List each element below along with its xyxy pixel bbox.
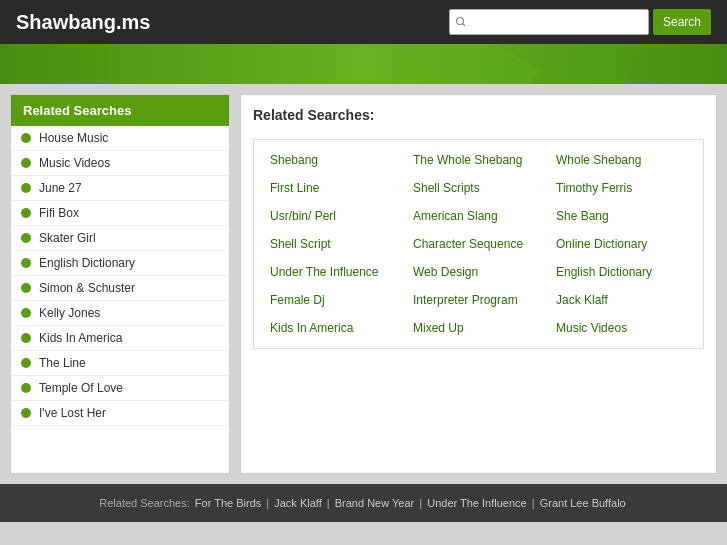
sidebar-item-label: Temple Of Love xyxy=(39,381,123,395)
decorative-bar xyxy=(0,44,727,84)
search-area: Search xyxy=(449,9,711,35)
search-input[interactable] xyxy=(449,9,649,35)
sidebar-item-label: Simon & Schuster xyxy=(39,281,135,295)
site-logo: Shawbang.ms xyxy=(16,11,150,34)
sidebar-item-label: Kids In America xyxy=(39,331,122,345)
related-search-link[interactable]: Online Dictionary xyxy=(550,234,693,254)
footer-link[interactable]: For The Birds xyxy=(195,497,261,509)
related-search-link[interactable]: Jack Klaff xyxy=(550,290,693,310)
related-search-link[interactable]: Shell Scripts xyxy=(407,178,550,198)
sidebar-item[interactable]: Fifi Box xyxy=(11,201,229,226)
bullet-icon xyxy=(21,308,31,318)
related-search-link[interactable]: The Whole Shebang xyxy=(407,150,550,170)
sidebar-item-label: Skater Girl xyxy=(39,231,96,245)
bullet-icon xyxy=(21,208,31,218)
related-search-link[interactable]: Shell Script xyxy=(264,234,407,254)
footer-link[interactable]: Under The Influence xyxy=(427,497,526,509)
sidebar-item-label: House Music xyxy=(39,131,108,145)
bullet-icon xyxy=(21,233,31,243)
header: Shawbang.ms Search xyxy=(0,0,727,44)
footer-separator: | xyxy=(529,497,538,509)
bullet-icon xyxy=(21,183,31,193)
related-search-link[interactable]: Interpreter Program xyxy=(407,290,550,310)
sidebar-title: Related Searches xyxy=(11,95,229,126)
related-search-link[interactable]: Web Design xyxy=(407,262,550,282)
sidebar-items: House MusicMusic VideosJune 27Fifi BoxSk… xyxy=(11,126,229,426)
sidebar-item-label: Kelly Jones xyxy=(39,306,100,320)
sidebar-item[interactable]: House Music xyxy=(11,126,229,151)
sidebar-item-label: Music Videos xyxy=(39,156,110,170)
footer-link[interactable]: Jack Klaff xyxy=(274,497,322,509)
related-search-link[interactable]: Whole Shebang xyxy=(550,150,693,170)
related-search-link[interactable]: First Line xyxy=(264,178,407,198)
footer-text: Related Searches: For The Birds | Jack K… xyxy=(99,497,627,509)
bullet-icon xyxy=(21,258,31,268)
footer-separator: | xyxy=(324,497,333,509)
footer-separator: | xyxy=(416,497,425,509)
sidebar: Related Searches House MusicMusic Videos… xyxy=(10,94,230,474)
related-search-link[interactable]: Timothy Ferris xyxy=(550,178,693,198)
sidebar-item[interactable]: Simon & Schuster xyxy=(11,276,229,301)
related-search-link[interactable]: Under The Influence xyxy=(264,262,407,282)
bullet-icon xyxy=(21,383,31,393)
related-search-link[interactable]: Character Sequence xyxy=(407,234,550,254)
footer-link[interactable]: Brand New Year xyxy=(335,497,415,509)
related-search-link[interactable]: Music Videos xyxy=(550,318,693,338)
footer-separator: | xyxy=(263,497,272,509)
related-search-link[interactable]: English Dictionary xyxy=(550,262,693,282)
sidebar-item[interactable]: Kelly Jones xyxy=(11,301,229,326)
bullet-icon xyxy=(21,408,31,418)
footer-label: Related Searches: xyxy=(99,497,190,509)
sidebar-item-label: I've Lost Her xyxy=(39,406,106,420)
related-search-link[interactable]: Female Dj xyxy=(264,290,407,310)
footer: Related Searches: For The Birds | Jack K… xyxy=(0,484,727,522)
sidebar-item[interactable]: Temple Of Love xyxy=(11,376,229,401)
related-search-link[interactable]: She Bang xyxy=(550,206,693,226)
sidebar-item-label: The Line xyxy=(39,356,86,370)
bullet-icon xyxy=(21,358,31,368)
main-content: Related Searches House MusicMusic Videos… xyxy=(0,84,727,484)
sidebar-item[interactable]: Skater Girl xyxy=(11,226,229,251)
related-search-link[interactable]: Mixed Up xyxy=(407,318,550,338)
sidebar-item-label: English Dictionary xyxy=(39,256,135,270)
bullet-icon xyxy=(21,283,31,293)
content-panel: Related Searches: ShebangThe Whole Sheba… xyxy=(240,94,717,474)
sidebar-item[interactable]: Music Videos xyxy=(11,151,229,176)
sidebar-item[interactable]: The Line xyxy=(11,351,229,376)
sidebar-item-label: June 27 xyxy=(39,181,82,195)
sidebar-item[interactable]: Kids In America xyxy=(11,326,229,351)
sidebar-item[interactable]: June 27 xyxy=(11,176,229,201)
sidebar-item[interactable]: English Dictionary xyxy=(11,251,229,276)
bullet-icon xyxy=(21,333,31,343)
related-search-link[interactable]: Kids In America xyxy=(264,318,407,338)
footer-links: For The Birds | Jack Klaff | Brand New Y… xyxy=(193,497,628,509)
bullet-icon xyxy=(21,133,31,143)
content-title: Related Searches: xyxy=(253,107,704,127)
footer-link[interactable]: Grant Lee Buffalo xyxy=(540,497,626,509)
related-searches-grid: ShebangThe Whole ShebangWhole ShebangFir… xyxy=(253,139,704,349)
related-search-link[interactable]: Usr/bin/ Perl xyxy=(264,206,407,226)
sidebar-item[interactable]: I've Lost Her xyxy=(11,401,229,426)
search-button[interactable]: Search xyxy=(653,9,711,35)
sidebar-item-label: Fifi Box xyxy=(39,206,79,220)
related-search-link[interactable]: American Slang xyxy=(407,206,550,226)
related-search-link[interactable]: Shebang xyxy=(264,150,407,170)
bullet-icon xyxy=(21,158,31,168)
